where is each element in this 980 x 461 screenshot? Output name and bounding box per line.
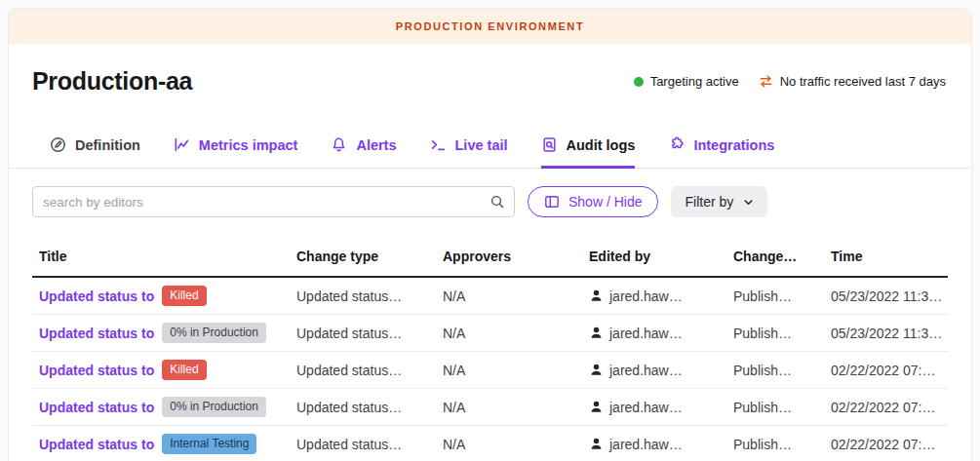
cell-edited-by: jared.haw…	[582, 288, 726, 304]
status-badge: 0% in Production	[162, 323, 266, 343]
table-row[interactable]: Updated status to Internal Testing Updat…	[32, 426, 948, 461]
person-icon	[589, 437, 604, 451]
cell-edited-by: jared.haw…	[582, 363, 726, 378]
edited-by-name: jared.haw…	[609, 363, 683, 378]
columns-icon	[544, 194, 560, 210]
tab-label: Audit logs	[567, 137, 636, 153]
cell-approvers: N/A	[436, 326, 582, 341]
cell-change: Publish…	[726, 326, 824, 341]
status-badge: Killed	[162, 360, 206, 380]
person-icon	[589, 326, 604, 340]
tab-live-tail[interactable]: Live tail	[430, 136, 508, 169]
person-icon	[589, 288, 604, 303]
tab-label: Alerts	[356, 137, 396, 153]
cell-title: Updated status to Internal Testing	[32, 434, 290, 454]
cell-change-type: Updated status…	[290, 288, 436, 304]
tab-metrics-impact[interactable]: Metrics impact	[174, 136, 298, 169]
edited-by-name: jared.haw…	[609, 400, 683, 415]
cell-title: Updated status to 0% in Production	[32, 323, 290, 343]
cell-change: Publish…	[726, 288, 824, 304]
cell-change-type: Updated status…	[290, 363, 436, 378]
production-environment-banner: PRODUCTION ENVIRONMENT	[9, 9, 971, 44]
cell-change-type: Updated status…	[290, 400, 436, 415]
cell-approvers: N/A	[436, 437, 582, 452]
terminal-icon	[430, 136, 447, 153]
cell-change-type: Updated status…	[290, 437, 436, 452]
cell-title: Updated status to Killed	[32, 360, 290, 380]
row-title-link[interactable]: Updated status to	[39, 326, 154, 341]
tab-definition[interactable]: Definition	[50, 136, 140, 169]
show-hide-button[interactable]: Show / Hide	[528, 186, 658, 217]
tab-integrations[interactable]: Integrations	[668, 136, 774, 169]
cell-title: Updated status to 0% in Production	[32, 397, 290, 417]
audit-log-table: Title Change type Approvers Edited by Ch…	[32, 241, 948, 461]
cell-time: 02/22/2022 07:…	[824, 363, 948, 378]
cell-time: 02/22/2022 07:…	[824, 400, 948, 415]
filter-by-label: Filter by	[685, 194, 733, 210]
page-title: Production-aa	[32, 67, 192, 96]
tab-label: Definition	[75, 137, 140, 153]
status-indicators: Targeting active No traffic received las…	[634, 74, 946, 89]
traffic-status: No traffic received last 7 days	[759, 74, 946, 89]
header-title: Title	[32, 249, 290, 264]
edited-by-name: jared.haw…	[609, 326, 683, 341]
cell-title: Updated status to Killed	[32, 286, 290, 306]
row-title-link[interactable]: Updated status to	[39, 400, 154, 415]
targeting-status-label: Targeting active	[650, 74, 739, 89]
tab-label: Metrics impact	[199, 137, 298, 153]
cell-edited-by: jared.haw…	[582, 437, 726, 452]
edited-by-name: jared.haw…	[609, 437, 683, 452]
filter-by-button[interactable]: Filter by	[671, 186, 767, 217]
status-badge: Killed	[162, 286, 206, 306]
chevron-down-icon	[741, 195, 756, 210]
tab-alerts[interactable]: Alerts	[331, 136, 396, 169]
header-change-type: Change type	[290, 249, 436, 264]
targeting-status: Targeting active	[634, 74, 739, 89]
tab-audit-logs[interactable]: Audit logs	[541, 136, 636, 169]
row-title-link[interactable]: Updated status to	[39, 363, 154, 378]
audit-log-document-icon	[541, 136, 558, 153]
cell-time: 02/22/2022 07:…	[824, 437, 948, 452]
status-badge: Internal Testing	[162, 434, 256, 454]
header-time: Time	[824, 249, 948, 264]
traffic-status-label: No traffic received last 7 days	[780, 74, 946, 89]
environment-card: PRODUCTION ENVIRONMENT Production-aa Tar…	[8, 8, 972, 461]
table-toolbar: Show / Hide Filter by	[9, 169, 971, 231]
person-icon	[589, 400, 604, 414]
header-edited-by: Edited by	[582, 249, 726, 264]
cell-change: Publish…	[726, 363, 824, 378]
cell-change: Publish…	[726, 400, 824, 415]
edited-by-name: jared.haw…	[609, 288, 683, 304]
cell-time: 05/23/2022 11:3…	[824, 288, 948, 304]
row-title-link[interactable]: Updated status to	[39, 288, 154, 304]
targeting-active-dot-icon	[634, 77, 644, 87]
header-approvers: Approvers	[436, 249, 582, 264]
bell-icon	[331, 136, 347, 153]
traffic-arrows-icon	[759, 74, 773, 89]
cell-change-type: Updated status…	[290, 326, 436, 341]
cell-time: 05/23/2022 11:3…	[824, 326, 948, 341]
table-header-row: Title Change type Approvers Edited by Ch…	[32, 241, 948, 278]
cell-approvers: N/A	[436, 288, 582, 304]
puzzle-icon	[668, 136, 685, 153]
search-icon	[490, 194, 505, 213]
page-header: Production-aa Targeting active No traffi…	[9, 44, 971, 96]
cell-approvers: N/A	[436, 400, 582, 415]
cell-edited-by: jared.haw…	[582, 400, 726, 415]
table-row[interactable]: Updated status to 0% in Production Updat…	[32, 315, 948, 352]
person-icon	[589, 363, 604, 377]
search-wrapper	[32, 186, 515, 217]
tab-label: Live tail	[455, 137, 508, 153]
row-title-link[interactable]: Updated status to	[39, 437, 154, 452]
table-row[interactable]: Updated status to 0% in Production Updat…	[32, 389, 948, 426]
banner-label: PRODUCTION ENVIRONMENT	[396, 20, 584, 32]
definition-pencil-icon	[50, 136, 66, 153]
cell-change: Publish…	[726, 437, 824, 452]
table-row[interactable]: Updated status to Killed Updated status……	[32, 352, 948, 389]
table-row[interactable]: Updated status to Killed Updated status……	[32, 278, 948, 315]
header-change: Change…	[726, 249, 824, 264]
cell-approvers: N/A	[436, 363, 582, 378]
search-input[interactable]	[32, 186, 515, 217]
tab-label: Integrations	[693, 137, 774, 153]
tab-bar: Definition Metrics impact Alerts Live ta…	[9, 136, 971, 169]
